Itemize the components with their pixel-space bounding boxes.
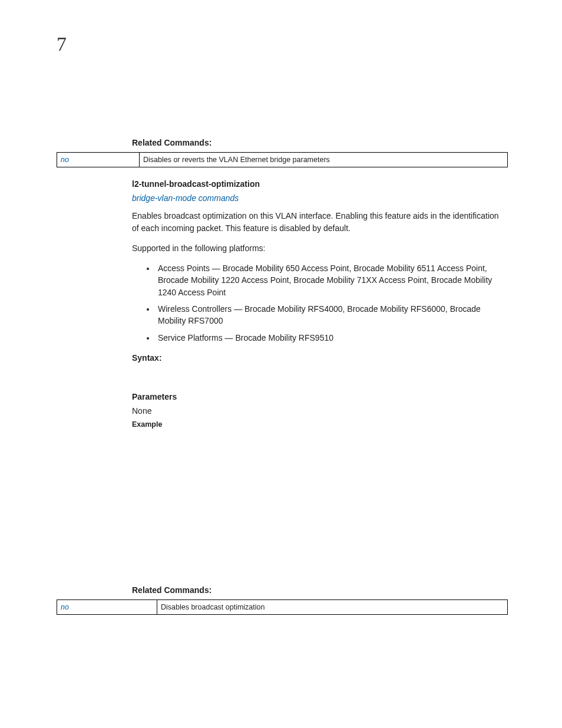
chapter-number: 7 — [57, 33, 508, 55]
platform-list: Access Points — Brocade Mobility 650 Acc… — [132, 262, 508, 344]
cmd-desc-2: Disables broadcast optimization — [161, 603, 265, 611]
example-heading: Example — [132, 420, 508, 429]
related-commands-table-1: no Disables or reverts the VLAN Ethernet… — [57, 152, 508, 167]
topic-title: l2-tunnel-broadcast-optimization — [132, 179, 508, 189]
related-commands-heading-2: Related Commands: — [132, 585, 508, 595]
supported-platforms-intro: Supported in the following platforms: — [132, 242, 508, 254]
table-row: no Disables or reverts the VLAN Ethernet… — [57, 153, 508, 167]
related-commands-heading-1: Related Commands: — [132, 138, 508, 147]
parameters-none: None — [132, 405, 508, 417]
cmd-link-no-1[interactable]: no — [61, 156, 69, 164]
page: 7 Related Commands: no Disables or rever… — [0, 0, 562, 615]
related-commands-table-2: no Disables broadcast optimization — [57, 599, 508, 615]
syntax-heading: Syntax: — [132, 353, 508, 363]
parent-topic-link[interactable]: bridge-vlan-mode commands — [132, 193, 508, 203]
table-row: no Disables broadcast optimization — [57, 600, 508, 615]
list-item: Service Platforms — Brocade Mobility RFS… — [156, 332, 508, 344]
parameters-heading: Parameters — [132, 392, 508, 401]
cmd-desc-1: Disables or reverts the VLAN Ethernet br… — [143, 156, 330, 164]
topic-description: Enables broadcast optimization on this V… — [132, 210, 508, 234]
cmd-link-no-2[interactable]: no — [61, 603, 69, 611]
list-item: Wireless Controllers — Brocade Mobility … — [156, 303, 508, 327]
list-item: Access Points — Brocade Mobility 650 Acc… — [156, 262, 508, 298]
